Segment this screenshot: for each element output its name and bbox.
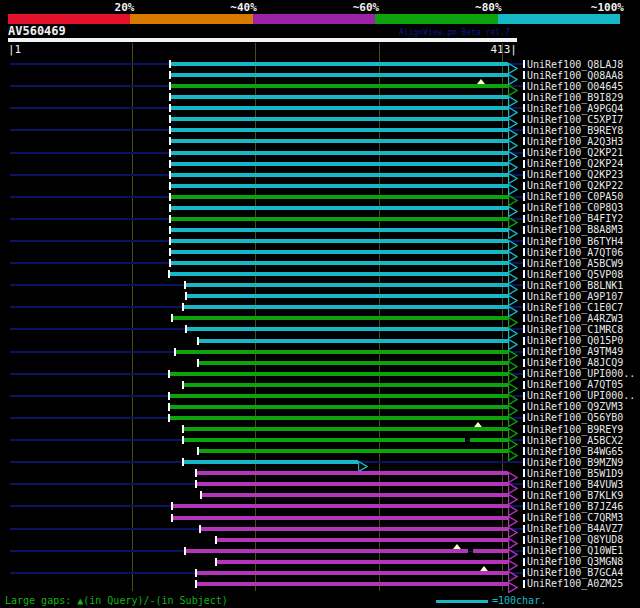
alignment-bar[interactable] [170,84,509,88]
alignment-bar[interactable] [170,184,509,188]
gap-in-query-icon [477,79,485,84]
hit-label[interactable]: UniRef100_A9PGQ4 [527,103,623,114]
alignment-bar[interactable] [186,294,508,298]
alignment-bar[interactable] [169,272,509,276]
alignment-bar[interactable] [183,438,508,442]
hit-label[interactable]: UniRef100_O04645 [527,81,623,92]
hit-label[interactable]: UniRef100_A8JCQ9 [527,357,623,368]
hit-label[interactable]: UniRef100_C1MRC8 [527,324,623,335]
alignment-bar[interactable] [170,139,509,143]
hit-label[interactable]: UniRef100_B4VUW3 [527,479,623,490]
alignment-bar[interactable] [183,460,357,464]
alignment-bar[interactable] [170,128,509,132]
alignment-bar[interactable] [172,504,508,508]
hit-label[interactable]: UniRef100_Q08AA8 [527,70,623,81]
hit-label[interactable]: UniRef100_C1E0C7 [527,302,623,313]
alignment-bar[interactable] [172,516,508,520]
hit-label[interactable]: UniRef100_Q2KP24 [527,158,623,169]
alignment-bar[interactable] [186,327,508,331]
hit-label[interactable]: UniRef100_B8LNK1 [527,280,623,291]
alignment-bar[interactable] [169,394,509,398]
alignment-bar[interactable] [170,206,509,210]
hit-label[interactable]: UniRef100_Q015P0 [527,335,623,346]
hit-label[interactable]: UniRef100_A2Q3H3 [527,136,623,147]
alignment-bar[interactable] [172,316,508,320]
hit-label[interactable]: UniRef100_B9MZN9 [527,457,623,468]
alignment-bar[interactable] [170,217,509,221]
hit-label[interactable]: UniRef100_B7KLK9 [527,490,623,501]
alignment-bar[interactable] [196,482,509,486]
hit-label[interactable]: UniRef100_UPI000.. [527,368,635,379]
hit-label[interactable]: UniRef100_C0PA50 [527,191,623,202]
hit-label[interactable]: UniRef100_C0P8Q3 [527,202,623,213]
alignment-bar[interactable] [185,549,509,553]
alignment-bar[interactable] [183,305,508,309]
alignment-bar[interactable] [170,106,509,110]
hit-label[interactable]: UniRef100_C7QRM3 [527,512,623,523]
hit-label[interactable]: UniRef100_Q8LAJ8 [527,59,623,70]
alignment-bar[interactable] [183,383,508,387]
hit-label[interactable]: UniRef100_A7QT06 [527,247,623,258]
alignment-bar[interactable] [169,372,509,376]
alignment-bar[interactable] [169,416,509,420]
hit-label[interactable]: UniRef100_B8A8M3 [527,224,623,235]
alignment-bar[interactable] [198,449,508,453]
row-end-tick [523,126,525,134]
alignment-bar[interactable] [196,571,509,575]
alignment-bar[interactable] [198,361,508,365]
alignment-bar[interactable] [170,228,509,232]
hit-label[interactable]: UniRef100_Q2KP22 [527,180,623,191]
alignment-bar[interactable] [198,339,508,343]
hit-label[interactable]: UniRef100_B7GCA4 [527,567,623,578]
alignment-bar[interactable] [170,95,509,99]
hit-label[interactable]: UniRef100_B4WG65 [527,446,623,457]
alignment-bar[interactable] [185,283,509,287]
hit-label[interactable]: UniRef100_B9REY9 [527,424,623,435]
hit-label[interactable]: UniRef100_B9I829 [527,92,623,103]
hit-label[interactable]: UniRef100_A4RZW3 [527,313,623,324]
hit-label[interactable]: UniRef100_C5XPI7 [527,114,623,125]
hit-label[interactable]: UniRef100_A9P107 [527,291,623,302]
alignment-bar[interactable] [169,405,509,409]
hit-label[interactable]: UniRef100_B4FIY2 [527,213,623,224]
alignment-bar[interactable] [170,173,509,177]
alignment-bar[interactable] [170,151,509,155]
alignment-bar[interactable] [170,239,509,243]
alignment-bar[interactable] [170,261,509,265]
hit-label[interactable]: UniRef100_A5BCW9 [527,258,623,269]
alignment-bar[interactable] [170,162,509,166]
alignment-bar[interactable] [175,350,509,354]
alignment-bar[interactable] [170,73,509,77]
hit-label[interactable]: UniRef100_B6TYH4 [527,236,623,247]
hit-label[interactable]: UniRef100_Q9ZVM3 [527,401,623,412]
alignment-bar[interactable] [183,427,508,431]
alignment-bar[interactable] [170,195,509,199]
hit-label[interactable]: UniRef100_B5W1D9 [527,468,623,479]
hit-label[interactable]: UniRef100_B7JZ46 [527,501,623,512]
alignment-bar[interactable] [216,560,509,564]
hit-label[interactable]: UniRef100_B9REY8 [527,125,623,136]
hit-label[interactable]: UniRef100_A0ZM25 [527,578,623,589]
alignment-bar[interactable] [216,538,509,542]
hit-label[interactable]: UniRef100_A9TM49 [527,346,623,357]
alignment-bar[interactable] [170,117,509,121]
hit-label[interactable]: UniRef100_UPI000.. [527,390,635,401]
hit-label[interactable]: UniRef100_Q5VP08 [527,269,623,280]
hit-label[interactable]: UniRef100_Q10WE1 [527,545,623,556]
alignment-bar[interactable] [196,471,509,475]
hit-label[interactable]: UniRef100_A7QT05 [527,379,623,390]
hit-label[interactable]: UniRef100_Q56YB0 [527,412,623,423]
hit-label[interactable]: UniRef100_Q8YUD8 [527,534,623,545]
hit-label[interactable]: UniRef100_A5BCX2 [527,435,623,446]
segment-start-tick [215,536,217,544]
hit-label[interactable]: UniRef100_Q2KP23 [527,169,623,180]
row-end-tick [523,204,525,212]
alignment-bar[interactable] [170,62,509,66]
alignment-bar[interactable] [201,493,509,497]
hit-label[interactable]: UniRef100_Q3MGN8 [527,556,623,567]
alignment-bar[interactable] [170,250,509,254]
alignment-bar[interactable] [200,527,509,531]
hit-label[interactable]: UniRef100_Q2KP21 [527,147,623,158]
hit-label[interactable]: UniRef100_B4AVZ7 [527,523,623,534]
alignment-bar[interactable] [196,582,509,586]
